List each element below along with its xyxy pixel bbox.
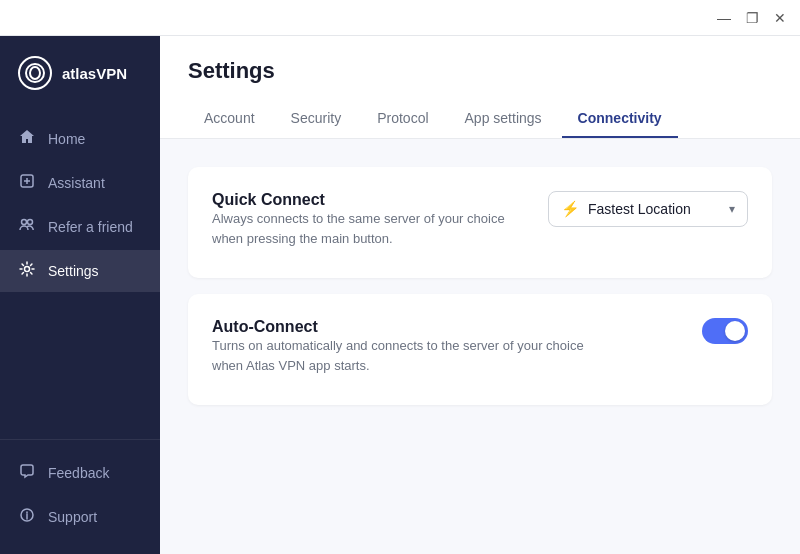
app-layout: atlasVPN Home Assistant [0,36,800,554]
assistant-icon [18,173,36,193]
auto-connect-header: Auto-Connect Turns on automatically and … [212,318,748,375]
settings-icon [18,261,36,281]
svg-point-3 [28,220,33,225]
quick-connect-dropdown[interactable]: ⚡ Fastest Location ▾ [548,191,748,227]
auto-connect-right [702,318,748,344]
sidebar-item-support[interactable]: Support [0,496,160,538]
sidebar: atlasVPN Home Assistant [0,36,160,554]
bolt-icon: ⚡ [561,200,580,218]
sidebar-item-settings[interactable]: Settings [0,250,160,292]
sidebar-item-refer-label: Refer a friend [48,219,133,235]
logo-area: atlasVPN [0,56,160,118]
nav-items: Home Assistant [0,118,160,431]
tab-account[interactable]: Account [188,100,271,138]
settings-body: Quick Connect Always connects to the sam… [160,139,800,554]
dropdown-left: ⚡ Fastest Location [561,200,691,218]
sidebar-item-home[interactable]: Home [0,118,160,160]
sidebar-item-feedback-label: Feedback [48,465,109,481]
auto-connect-title: Auto-Connect [212,318,612,336]
sidebar-item-assistant-label: Assistant [48,175,105,191]
auto-connect-toggle[interactable] [702,318,748,344]
titlebar: — ❐ ✕ [0,0,800,36]
tab-protocol[interactable]: Protocol [361,100,444,138]
tabs: Account Security Protocol App settings C… [188,100,772,138]
refer-icon [18,217,36,237]
svg-point-2 [22,220,27,225]
tab-security[interactable]: Security [275,100,358,138]
sidebar-item-home-label: Home [48,131,85,147]
tab-connectivity[interactable]: Connectivity [562,100,678,138]
maximize-button[interactable]: ❐ [744,10,760,26]
auto-connect-info: Auto-Connect Turns on automatically and … [212,318,612,375]
page-title: Settings [188,58,772,84]
sidebar-item-assistant[interactable]: Assistant [0,162,160,204]
svg-point-4 [25,267,30,272]
feedback-icon [18,463,36,483]
auto-connect-desc: Turns on automatically and connects to t… [212,336,612,375]
dropdown-value: Fastest Location [588,201,691,217]
chevron-down-icon: ▾ [729,202,735,216]
tab-app-settings[interactable]: App settings [449,100,558,138]
sidebar-item-feedback[interactable]: Feedback [0,452,160,494]
sidebar-item-settings-label: Settings [48,263,99,279]
sidebar-item-support-label: Support [48,509,97,525]
support-icon [18,507,36,527]
main-header: Settings Account Security Protocol App s… [160,36,800,139]
quick-connect-title: Quick Connect [212,191,528,209]
quick-connect-info: Quick Connect Always connects to the sam… [212,191,528,248]
sidebar-item-refer[interactable]: Refer a friend [0,206,160,248]
auto-connect-section: Auto-Connect Turns on automatically and … [188,294,772,405]
logo-icon [18,56,52,90]
quick-connect-desc: Always connects to the same server of yo… [212,209,528,248]
quick-connect-right: ⚡ Fastest Location ▾ [548,191,748,227]
close-button[interactable]: ✕ [772,10,788,26]
home-icon [18,129,36,149]
minimize-button[interactable]: — [716,10,732,26]
quick-connect-section: Quick Connect Always connects to the sam… [188,167,772,278]
main-content: Settings Account Security Protocol App s… [160,36,800,554]
sidebar-bottom: Feedback Support [0,439,160,538]
quick-connect-header: Quick Connect Always connects to the sam… [212,191,748,248]
logo-text: atlasVPN [62,65,127,82]
